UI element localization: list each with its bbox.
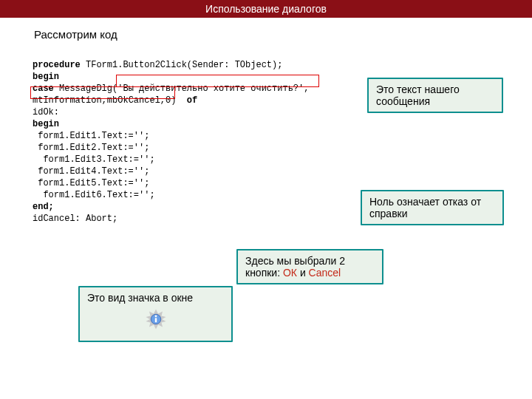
code-text: form1.Edit2.Text:='';	[33, 143, 149, 153]
kw-case: case	[33, 83, 54, 94]
code-text: MessageDlg(	[54, 83, 117, 94]
callout-buttons: Здесь мы выбрали 2 кнопки: ОК и Cancel	[236, 249, 383, 284]
code-param-mtinformation: mtInformation	[33, 95, 102, 106]
kw-end: end;	[33, 202, 54, 212]
callout-icontype: Это вид значка в окне	[78, 286, 233, 342]
code-text: form1.Edit5.Text:='';	[33, 178, 149, 188]
subtitle: Рассмотрим код	[34, 28, 117, 41]
kw-begin: begin	[33, 72, 59, 82]
slide: Использование диалогов Рассмотрим код pr…	[0, 0, 532, 399]
code-text: ,	[304, 83, 309, 94]
svg-point-2	[154, 316, 157, 318]
code-text: form1.Edit4.Text:='';	[33, 166, 149, 177]
callout-ok: ОК	[283, 267, 297, 279]
callout-text: Это вид значка в окне	[87, 292, 193, 304]
code-param-mbokcancel: mbOkCancel	[107, 95, 160, 106]
code-text: idOk:	[33, 107, 59, 117]
code-text: idCancel: Abort;	[33, 214, 117, 224]
kw-of: of	[187, 95, 197, 106]
title-bar: Использование диалогов	[0, 0, 532, 18]
callout-msgtext: Это текст нашего сообщения	[367, 78, 503, 113]
callout-text: и	[297, 267, 309, 279]
kw-begin: begin	[33, 119, 59, 129]
code-text: form1.Edit1.Text:='';	[33, 131, 149, 141]
code-text: )	[171, 95, 187, 106]
code-block: procedure TForm1.Button2Click(Sender: TO…	[30, 53, 327, 231]
code-text: ,	[160, 95, 166, 106]
code-text: TForm1.Button2Click(Sender: TObject);	[81, 60, 283, 70]
callout-cancel: Cancel	[309, 267, 341, 279]
svg-rect-3	[154, 318, 156, 322]
kw-procedure: procedure	[33, 60, 81, 70]
code-string: 'Вы действительно хотите очистить?'	[117, 83, 304, 94]
callout-zero: Ноль означает отказ от справки	[361, 190, 504, 225]
code-text: form1.Edit6.Text:='';	[33, 190, 155, 200]
code-text: ,	[102, 95, 107, 106]
information-icon	[145, 308, 167, 330]
code-text: form1.Edit3.Text:='';	[33, 154, 155, 165]
